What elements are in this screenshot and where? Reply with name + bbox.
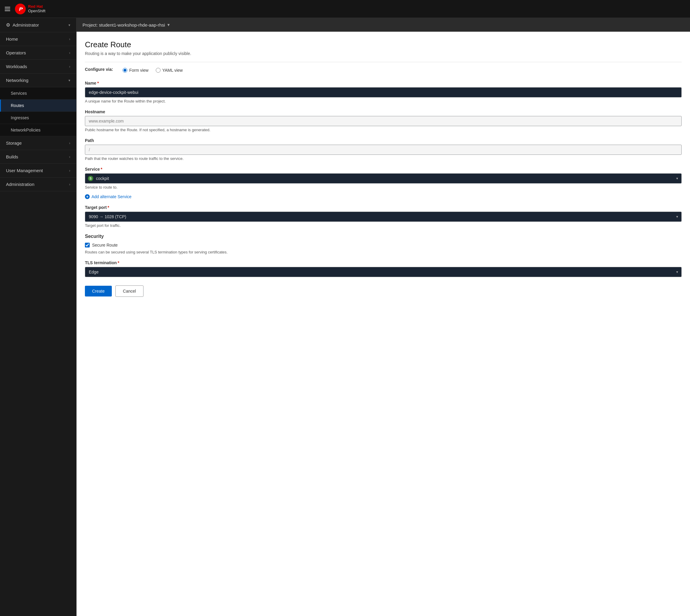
hamburger-menu[interactable] [5, 7, 10, 11]
role-switcher[interactable]: ⚙ Administrator ▾ [0, 18, 76, 32]
role-chevron-icon: ▾ [68, 23, 70, 27]
logo-text: Red Hat OpenShift [28, 4, 45, 13]
sidebar-item-workloads[interactable]: Workloads › [0, 60, 76, 73]
tls-field-group: TLS termination * Edge ▾ [85, 260, 682, 277]
sidebar-item-operators[interactable]: Operators › [0, 46, 76, 60]
hostname-input[interactable] [85, 116, 682, 126]
sidebar: ⚙ Administrator ▾ Home › Operators › Wor… [0, 18, 77, 616]
service-select[interactable]: cockpit [85, 173, 682, 183]
project-bar: Project: student1-workshop-rhde-aap-rhsi… [77, 18, 690, 32]
user-management-chevron-icon: › [69, 169, 70, 173]
project-dropdown-icon[interactable]: ▾ [167, 22, 170, 27]
sidebar-item-services[interactable]: Services [0, 87, 76, 100]
top-nav: Red Hat OpenShift [0, 0, 690, 18]
cancel-button[interactable]: Cancel [115, 285, 144, 297]
storage-label: Storage [6, 140, 22, 146]
workloads-chevron-icon: › [69, 65, 70, 69]
user-management-label: User Management [6, 168, 43, 173]
administration-label: Administration [6, 182, 35, 187]
home-chevron-icon: › [69, 37, 70, 41]
redhat-logo-icon [15, 4, 26, 14]
cog-icon: ⚙ [6, 22, 10, 28]
sidebar-item-home[interactable]: Home › [0, 32, 76, 46]
target-port-help: Target port for traffic. [85, 223, 682, 228]
main-content: Project: student1-workshop-rhde-aap-rhsi… [77, 18, 690, 616]
sidebar-item-routes[interactable]: Routes [0, 100, 76, 112]
create-button[interactable]: Create [85, 286, 112, 296]
sidebar-item-builds[interactable]: Builds › [0, 150, 76, 164]
secure-route-help: Routes can be secured using several TLS … [85, 250, 682, 254]
sidebar-item-ingresses[interactable]: Ingresses [0, 112, 76, 124]
page-title: Create Route [85, 40, 682, 49]
sidebar-item-storage[interactable]: Storage › [0, 136, 76, 150]
home-label: Home [6, 37, 18, 42]
sidebar-item-administration[interactable]: Administration › [0, 178, 76, 191]
security-section: Security Secure Route Routes can be secu… [85, 234, 682, 254]
networking-submenu: Services Routes Ingresses NetworkPolicie… [0, 87, 76, 136]
sidebar-item-user-management[interactable]: User Management › [0, 164, 76, 178]
logo: Red Hat OpenShift [15, 4, 45, 14]
page-subtitle: Routing is a way to make your applicatio… [85, 51, 682, 56]
path-input[interactable] [85, 145, 682, 155]
sidebar-item-networkpolicies[interactable]: NetworkPolicies [0, 124, 76, 136]
hostname-help: Public hostname for the Route. If not sp… [85, 128, 682, 132]
configure-via-section: Configure via: Form view YAML view [85, 67, 682, 73]
name-label: Name * [85, 81, 682, 86]
service-label: Service * [85, 167, 682, 172]
form-view-option[interactable]: Form view [123, 68, 149, 73]
yaml-view-radio[interactable] [156, 68, 160, 73]
tls-select[interactable]: Edge [85, 267, 682, 277]
builds-label: Builds [6, 154, 18, 159]
target-port-field-group: Target port * 9090 → 1028 (TCP) ▾ Target… [85, 205, 682, 228]
name-help: A unique name for the Route within the p… [85, 99, 682, 104]
configure-via-label: Configure via: [85, 67, 113, 72]
target-port-select-wrapper: 9090 → 1028 (TCP) ▾ [85, 212, 682, 222]
service-icon: S [88, 176, 93, 181]
service-select-wrapper: S cockpit ▾ [85, 173, 682, 183]
hostname-field-group: Hostname Public hostname for the Route. … [85, 109, 682, 132]
divider [85, 62, 682, 62]
networking-label: Networking [6, 78, 28, 83]
hostname-label: Hostname [85, 109, 682, 114]
target-port-select[interactable]: 9090 → 1028 (TCP) [85, 212, 682, 222]
storage-chevron-icon: › [69, 141, 70, 145]
form-actions: Create Cancel [85, 283, 682, 297]
main-layout: ⚙ Administrator ▾ Home › Operators › Wor… [0, 18, 690, 616]
secure-route-label: Secure Route [92, 243, 118, 247]
target-port-required-marker: * [108, 205, 109, 210]
builds-chevron-icon: › [69, 155, 70, 159]
add-alternate-label: Add alternate Service [91, 194, 132, 199]
service-required-marker: * [101, 167, 102, 172]
form-view-label: Form view [129, 68, 149, 73]
service-help: Service to route to. [85, 185, 682, 190]
role-label: Administrator [13, 22, 39, 27]
form-area: Create Route Routing is a way to make yo… [77, 32, 690, 616]
security-title: Security [85, 234, 682, 239]
operators-chevron-icon: › [69, 51, 70, 55]
tls-required-marker: * [118, 260, 119, 265]
name-required-marker: * [97, 81, 99, 86]
path-help: Path that the router watches to route tr… [85, 156, 682, 161]
name-input[interactable] [85, 87, 682, 97]
add-circle-icon: + [85, 194, 90, 199]
tls-label: TLS termination * [85, 260, 682, 265]
administration-chevron-icon: › [69, 182, 70, 186]
add-alternate-service[interactable]: + Add alternate Service [85, 194, 682, 199]
service-field-group: Service * S cockpit ▾ Service to route t… [85, 167, 682, 190]
operators-label: Operators [6, 50, 26, 55]
networking-chevron-icon: ▾ [68, 78, 70, 83]
yaml-view-option[interactable]: YAML view [156, 68, 183, 73]
tls-select-wrapper: Edge ▾ [85, 267, 682, 277]
workloads-label: Workloads [6, 64, 27, 69]
target-port-label: Target port * [85, 205, 682, 210]
project-label: Project: student1-workshop-rhde-aap-rhsi [83, 22, 165, 27]
sidebar-item-networking[interactable]: Networking ▾ [0, 73, 76, 87]
secure-route-row: Secure Route [85, 243, 682, 247]
secure-route-checkbox[interactable] [85, 243, 90, 247]
path-field-group: Path Path that the router watches to rou… [85, 138, 682, 161]
logo-openshift: OpenShift [28, 9, 45, 13]
logo-redhat: Red Hat [28, 4, 45, 9]
form-view-radio[interactable] [123, 68, 127, 73]
yaml-view-label: YAML view [162, 68, 183, 73]
path-label: Path [85, 138, 682, 143]
